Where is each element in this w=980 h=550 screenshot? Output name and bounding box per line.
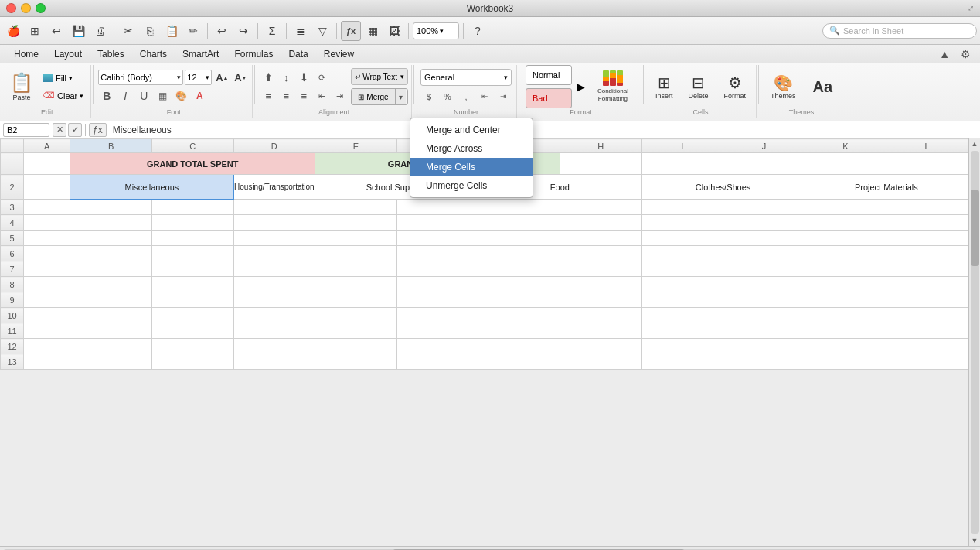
toolbar-copy-btn[interactable]: ⎘ (140, 21, 160, 41)
cell-g3[interactable] (478, 200, 560, 215)
merge-across-item[interactable]: Merge Across (410, 139, 533, 158)
cell-l3[interactable] (886, 200, 968, 215)
menu-charts[interactable]: Charts (132, 45, 175, 63)
zoom-control[interactable]: 100% ▾ (413, 22, 459, 39)
decrease-decimal-btn[interactable]: ⇤ (476, 88, 493, 105)
col-header-i[interactable]: I (641, 139, 723, 153)
menu-tables[interactable]: Tables (90, 45, 132, 63)
cell-h3[interactable] (560, 200, 641, 215)
conditional-formatting-button[interactable]: ConditionalFormatting (590, 67, 636, 107)
col-header-h[interactable]: H (560, 139, 641, 153)
col-header-b[interactable]: B (70, 139, 152, 153)
col-header-k[interactable]: K (805, 139, 886, 153)
menu-layout[interactable]: Layout (46, 45, 90, 63)
formula-cancel-btn[interactable]: ✕ (53, 123, 66, 137)
cell-k2-project-materials[interactable]: Project Materials (805, 175, 968, 200)
more-styles-btn[interactable]: ▶ (575, 79, 587, 94)
menu-data[interactable]: Data (281, 45, 315, 63)
themes-button[interactable]: 🎨 Themes (764, 67, 803, 107)
menu-formulas[interactable]: Formulas (226, 45, 281, 63)
bad-style-button[interactable]: Bad (526, 88, 572, 108)
col-header-c[interactable]: C (151, 139, 233, 153)
toolbar-help-btn[interactable]: ? (468, 21, 488, 41)
cell-b3[interactable] (70, 200, 152, 215)
scroll-thumb[interactable] (971, 190, 979, 266)
toolbar-sum-btn[interactable]: Σ (262, 21, 282, 41)
formula-fx-btn[interactable]: ƒx (89, 123, 107, 137)
menu-smartart[interactable]: SmartArt (175, 45, 226, 63)
minimize-button[interactable] (21, 3, 31, 13)
toolbar-save-btn[interactable]: 💾 (68, 21, 88, 41)
toolbar-undo2-btn[interactable]: ↩ (212, 21, 232, 41)
themes-aa-button[interactable]: Aa (806, 67, 840, 107)
toolbar-brush-btn[interactable]: ✏ (183, 21, 203, 41)
toolbar-paste-btn[interactable]: 📋 (162, 21, 182, 41)
cell-j1[interactable] (723, 153, 805, 175)
ribbon-collapse-btn[interactable]: ▲ (936, 48, 953, 60)
col-header-e[interactable]: E (315, 139, 397, 153)
font-color-button[interactable]: A (191, 87, 208, 104)
comma-btn[interactable]: , (458, 88, 475, 105)
close-button[interactable] (6, 3, 16, 13)
toolbar-grid-btn[interactable]: ⊞ (25, 21, 45, 41)
font-decrease-btn[interactable]: A▼ (232, 69, 249, 86)
merge-arrow-button[interactable]: ▾ (396, 88, 406, 105)
border-button[interactable]: ▦ (154, 87, 171, 104)
cell-k3[interactable] (805, 200, 886, 215)
normal-style-button[interactable]: Normal (526, 65, 572, 85)
toolbar-undo-btn[interactable]: ↩ (46, 21, 66, 41)
scroll-down-btn[interactable]: ▼ (970, 535, 980, 546)
cell-h1[interactable] (560, 153, 641, 175)
cell-c3[interactable] (151, 200, 233, 215)
merge-button-group[interactable]: ⊞ Merge ▾ (351, 88, 408, 105)
italic-button[interactable]: I (117, 87, 134, 104)
merge-main-button[interactable]: ⊞ Merge (352, 88, 395, 105)
col-header-a[interactable]: A (24, 139, 70, 153)
cell-l1[interactable] (886, 153, 968, 175)
merge-cells-item[interactable]: Merge Cells (410, 158, 533, 176)
align-bottom-btn[interactable]: ⬇ (295, 69, 312, 86)
col-header-l[interactable]: L (886, 139, 968, 153)
toolbar-fx-btn[interactable]: ƒx (341, 21, 361, 41)
format-cells-button[interactable]: ⚙ Format (716, 67, 753, 107)
wrap-text-button[interactable]: ↵ Wrap Text ▾ (351, 68, 408, 85)
cell-f3[interactable] (396, 200, 478, 215)
align-top-btn[interactable]: ⬆ (260, 69, 277, 86)
text-orient-btn[interactable]: ⟳ (313, 69, 330, 86)
cell-a3[interactable] (24, 200, 70, 215)
toolbar-print-btn[interactable]: 🖨 (90, 21, 110, 41)
toolbar-redo-btn[interactable]: ↪ (233, 21, 254, 41)
search-box[interactable]: 🔍 Search in Sheet (822, 23, 977, 39)
paste-button[interactable]: 📋 Paste (6, 67, 37, 107)
increase-decimal-btn[interactable]: ⇥ (495, 88, 512, 105)
toolbar-picture-btn[interactable]: 🖼 (384, 21, 404, 41)
col-header-d[interactable]: D (233, 139, 315, 153)
cell-e3[interactable] (315, 200, 397, 215)
currency-btn[interactable]: $ (420, 88, 437, 105)
underline-button[interactable]: U (135, 87, 152, 104)
indent-decrease-btn[interactable]: ⇤ (313, 87, 330, 104)
toolbar-apple-btn[interactable]: 🍎 (3, 21, 23, 41)
font-size-select[interactable]: 12 ▾ (185, 70, 212, 85)
formula-confirm-btn[interactable]: ✓ (68, 123, 82, 137)
merge-and-center-item[interactable]: Merge and Center (410, 121, 533, 139)
cell-a1[interactable] (24, 153, 70, 175)
cell-reference-box[interactable]: B2 (3, 123, 49, 137)
toolbar-sort-btn[interactable]: ≣ (291, 21, 311, 41)
toolbar-cut-btn[interactable]: ✂ (118, 21, 138, 41)
cell-k1[interactable] (805, 153, 886, 175)
cell-i3[interactable] (641, 200, 723, 215)
ribbon-settings-btn[interactable]: ⚙ (958, 48, 974, 60)
maximize-button[interactable] (36, 3, 46, 13)
cell-b2-miscellaneous[interactable]: Miscellaneous (70, 175, 233, 200)
fill-button[interactable]: Fill ▾ (39, 70, 87, 87)
align-center-btn[interactable]: ≡ (277, 87, 294, 104)
window-controls[interactable] (6, 3, 46, 13)
font-increase-btn[interactable]: A▲ (213, 69, 230, 86)
resize-icon[interactable]: ⤢ (968, 4, 974, 12)
clear-button[interactable]: ⌫ Clear ▾ (39, 87, 87, 104)
number-format-select[interactable]: General ▾ (420, 69, 512, 86)
menu-home[interactable]: Home (6, 45, 46, 63)
cell-a2[interactable] (24, 175, 70, 200)
align-left-btn[interactable]: ≡ (260, 87, 277, 104)
